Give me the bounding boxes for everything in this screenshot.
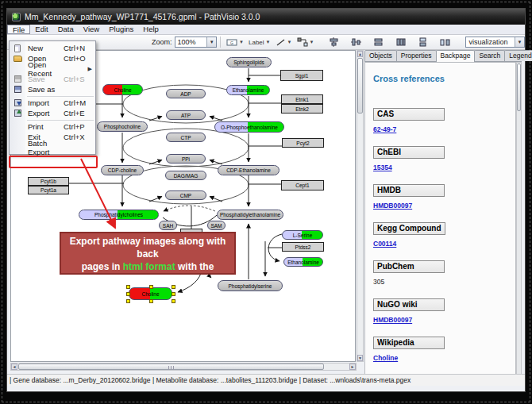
gene-node-etnk2[interactable]: Etnk2 bbox=[281, 104, 323, 114]
side-panel-tabs: ObjectsPropertiesBackpageSearchLegend bbox=[364, 50, 522, 62]
metabolite-node-cdp-ethanolamine[interactable]: CDP-Ethanolamine bbox=[218, 165, 279, 175]
cross-reference-link[interactable]: Choline bbox=[373, 354, 509, 362]
cross-reference-link[interactable]: 15354 bbox=[373, 164, 509, 171]
gene-node-pcyt1a[interactable]: Pcyt1a bbox=[28, 186, 69, 194]
gene-node-sgpl1[interactable]: Sgpl1 bbox=[280, 70, 323, 81]
metabolite-node-sam[interactable]: SAM bbox=[207, 221, 226, 230]
metabolite-node-phosphatidylcholines[interactable]: Phosphatidylcholines bbox=[79, 210, 159, 220]
tab-search[interactable]: Search bbox=[474, 50, 505, 61]
menu-plugins[interactable]: Plugins bbox=[104, 25, 138, 34]
file-menu-item-import[interactable]: ImportCtrl+M bbox=[10, 98, 95, 108]
common-width-button[interactable] bbox=[394, 37, 407, 48]
chevron-down-icon[interactable]: ▼ bbox=[310, 40, 314, 44]
menu-item-label: Save as bbox=[25, 85, 64, 94]
cross-reference-link[interactable]: 62-49-7 bbox=[373, 125, 509, 133]
metabolite-node-ethanolamine[interactable]: Ethanolamine bbox=[226, 85, 270, 95]
gene-node-pcyt1b[interactable]: Pcyt1b bbox=[28, 177, 69, 186]
title-bar[interactable]: Mm_Kennedy_pathway_WP1771_45176.gpml - P… bbox=[7, 9, 525, 25]
visualization-value: visualization bbox=[468, 38, 507, 46]
new-line-button[interactable]: ▼ bbox=[274, 37, 294, 48]
horizontal-scroll-thumb[interactable] bbox=[18, 364, 324, 370]
cross-reference-link[interactable]: HMDB00097 bbox=[373, 316, 509, 324]
menu-view[interactable]: View bbox=[79, 25, 104, 34]
svg-text:G: G bbox=[230, 40, 233, 45]
metabolite-node-phosphatidylethanolamine[interactable]: Phosphatidylethanolamine bbox=[217, 210, 283, 220]
metabolite-node-ethanolamine[interactable]: Ethanolamine bbox=[283, 257, 323, 267]
metabolite-node-atp[interactable]: ATP bbox=[166, 110, 206, 120]
gene-node-etnk1[interactable]: Etnk1 bbox=[281, 94, 323, 104]
pathvisio-window: Mm_Kennedy_pathway_WP1771_45176.gpml - P… bbox=[6, 8, 526, 392]
visualization-combobox[interactable]: visualization ▼ bbox=[465, 37, 525, 48]
metabolite-node-o-phosphoethanolamine[interactable]: O-Phosphoethanolamine bbox=[214, 121, 284, 133]
tab-objects[interactable]: Objects bbox=[364, 50, 397, 61]
metabolite-node-phosphatidylserine[interactable]: Phosphatidylserine bbox=[218, 280, 283, 291]
file-menu-item-export[interactable]: ExportCtrl+E bbox=[10, 108, 95, 118]
gene-node-cept1[interactable]: Cept1 bbox=[281, 180, 324, 190]
menu-data[interactable]: Data bbox=[53, 25, 79, 34]
metabolite-node-sah[interactable]: SAH bbox=[159, 221, 177, 230]
metabolite-node-choline[interactable]: Choline bbox=[102, 84, 143, 95]
scroll-left-icon[interactable]: ◄ bbox=[11, 364, 17, 370]
file-menu: NewCtrl+NOpenCtrl+OOpen Recent▶SaveCtrl+… bbox=[9, 40, 96, 155]
tab-properties[interactable]: Properties bbox=[396, 50, 437, 61]
file-menu-item-new[interactable]: NewCtrl+N bbox=[10, 43, 95, 53]
chevron-down-icon[interactable]: ▼ bbox=[515, 37, 524, 47]
tab-legend[interactable]: Legend bbox=[504, 50, 532, 61]
file-menu-item-print[interactable]: PrintCtrl+P bbox=[10, 121, 95, 132]
stack-horizontal-button[interactable] bbox=[438, 37, 452, 48]
menu-help[interactable]: Help bbox=[138, 25, 164, 34]
menu-item-shortcut: Ctrl+P bbox=[64, 122, 92, 131]
scroll-up-icon[interactable]: ▲ bbox=[357, 51, 363, 57]
chevron-down-icon[interactable]: ▼ bbox=[239, 40, 244, 44]
selection-handle[interactable] bbox=[149, 299, 153, 303]
new-label-button[interactable]: Label ▼ bbox=[247, 37, 272, 48]
menu-edit[interactable]: Edit bbox=[30, 25, 52, 34]
stack-vertical-button[interactable] bbox=[416, 37, 430, 48]
metabolite-node-l-serine[interactable]: L-Serine bbox=[282, 230, 323, 240]
metabolite-node-phosphocholine[interactable]: Phosphocholine bbox=[97, 121, 148, 132]
selection-handle[interactable] bbox=[172, 299, 175, 303]
stack-horizontal-icon bbox=[440, 37, 450, 47]
scroll-right-icon[interactable]: ► bbox=[349, 364, 356, 370]
file-menu-item-save[interactable]: SaveCtrl+S bbox=[10, 74, 95, 84]
metabolite-node-adp[interactable]: ADP bbox=[166, 89, 206, 98]
gene-node-ptdss2[interactable]: Ptdss2 bbox=[282, 242, 324, 252]
zoom-combobox[interactable]: 100% ▼ bbox=[175, 37, 218, 48]
chevron-down-icon[interactable]: ▼ bbox=[206, 37, 216, 47]
align-center-button[interactable] bbox=[327, 37, 341, 48]
callout-line3: HtmlExport plugin bbox=[106, 274, 189, 285]
metabolite-node-cmp[interactable]: CMP bbox=[165, 190, 206, 200]
metabolite-node-sphingolipids[interactable]: Sphingolipids bbox=[226, 57, 272, 67]
chevron-down-icon[interactable]: ▼ bbox=[266, 40, 271, 44]
metabolite-node-ppi[interactable]: PPi bbox=[166, 154, 206, 164]
metabolite-node-dag-mag[interactable]: DAG/MAG bbox=[165, 171, 206, 180]
panel-scroll-thumb[interactable] bbox=[517, 63, 521, 111]
file-menu-item-save-as[interactable]: Save as bbox=[10, 84, 95, 94]
vertical-scroll-thumb[interactable] bbox=[357, 58, 363, 114]
menu-file[interactable]: File bbox=[7, 25, 30, 34]
file-menu-item-open-recent[interactable]: Open Recent▶ bbox=[10, 63, 95, 74]
chevron-down-icon[interactable]: ▼ bbox=[287, 40, 292, 44]
scroll-down-icon[interactable]: ▼ bbox=[357, 355, 363, 361]
canvas-vertical-scrollbar[interactable]: ▲ ▼ bbox=[357, 50, 364, 362]
metabolite-node-cdp-choline[interactable]: CDP-choline bbox=[101, 165, 144, 175]
new-datanode-button[interactable]: G ▼ bbox=[225, 37, 245, 48]
cross-reference-link[interactable]: C00114 bbox=[373, 240, 509, 248]
selection-handle[interactable] bbox=[172, 292, 175, 296]
canvas-horizontal-scrollbar[interactable]: ◄ ► bbox=[10, 363, 357, 371]
selection-handle[interactable] bbox=[126, 299, 130, 303]
gene-node-pcyt2[interactable]: Pcyt2 bbox=[282, 138, 324, 148]
window-title: Mm_Kennedy_pathway_WP1771_45176.gpml - P… bbox=[25, 12, 260, 21]
new-connector-button[interactable]: ▼ bbox=[295, 37, 316, 48]
file-menu-item-batch-export[interactable]: Batch Export bbox=[10, 142, 95, 152]
cross-reference-link[interactable]: HMDB00097 bbox=[373, 202, 509, 210]
align-middle-button[interactable] bbox=[349, 37, 363, 48]
selection-handle[interactable] bbox=[126, 292, 130, 296]
panel-scrollbar[interactable] bbox=[516, 62, 522, 377]
metabolite-node-ctp[interactable]: CTP bbox=[166, 133, 206, 142]
metabolite-node-choline[interactable]: Choline bbox=[129, 287, 172, 300]
cross-reference-value: 305 bbox=[373, 278, 509, 286]
tab-backpage[interactable]: Backpage bbox=[436, 50, 476, 62]
common-height-button[interactable] bbox=[372, 37, 385, 48]
menu-bar: FileEditDataViewPluginsHelp bbox=[7, 25, 525, 35]
